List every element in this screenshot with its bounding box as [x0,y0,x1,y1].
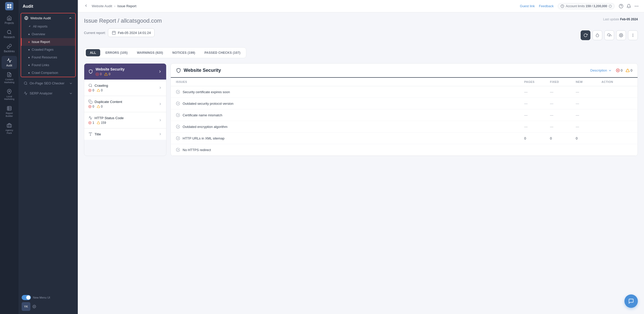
filter-button[interactable] [592,30,602,40]
type-icon [88,132,92,136]
report-date-button[interactable]: Feb-05 2024 14:01:24 [108,28,155,37]
panel-error-icon [616,68,620,72]
issues-table: ISSUES PAGES FIXED NEW ACTION Security c… [171,78,638,156]
breadcrumb-separator: › [114,4,115,8]
more-options-button[interactable] [628,30,638,40]
report-selector: Current report: Feb-05 2024 14:01:24 [84,28,155,37]
sidebar-item-research[interactable]: Research [2,28,17,41]
chevron-right-icon [158,69,162,74]
settings-icon[interactable] [32,305,36,308]
table-row: No HTTPS redirect [171,144,638,156]
top-bar: Website Audit › Issue Report Guest link … [78,0,644,12]
sidebar-item-content-marketing[interactable]: Content Marketing [2,70,17,86]
guest-link-button[interactable]: Guest link [520,4,535,8]
page-header: Issue Report / allcatsgood.com Last upda… [84,18,638,24]
sidebar-item-backlinks[interactable]: Backlinks [2,42,17,55]
activity-icon [88,116,92,120]
sidebar-item-report-builder[interactable]: Report Builder [2,104,17,120]
more-icon[interactable] [634,4,639,8]
category-item-crawling[interactable]: Crawling 0 0 [84,80,166,96]
category-item-http-status-code[interactable]: HTTP Status Code 1 159 [84,112,166,128]
chat-icon [628,298,634,304]
sidebar: Audit Website Audit All reports [19,0,78,314]
right-panel-meta: Description 0 0 [590,68,633,72]
svg-line-5 [10,33,11,34]
user-avatar[interactable]: YK [22,302,30,311]
svg-rect-13 [7,124,12,127]
category-header-website-security[interactable]: Website Security 0 0 [84,64,166,80]
table-row: Security certificate expires soon — — — [171,86,638,98]
upload-button[interactable] [604,30,614,40]
svg-point-27 [635,6,635,6]
check-circle-icon [176,101,180,106]
page-title: Issue Report / allcatsgood.com [84,18,162,24]
filter-tab-passed[interactable]: PASSED CHECKS (107) [200,49,245,56]
sidebar-sub-item-all-reports[interactable]: All reports [21,23,75,30]
chevron-right-small-icon [158,102,162,106]
feedback-button[interactable]: Feedback [539,4,554,8]
sidebar-sub-item-found-resources[interactable]: Found Resources [21,54,75,61]
svg-point-42 [89,84,92,87]
category-item-duplicate-content[interactable]: Duplicate Content 0 0 [84,96,166,112]
sidebar-item-serp-analyzer[interactable]: SERP Analyzer [21,89,76,98]
svg-line-17 [26,84,27,85]
filter-tab-warnings[interactable]: WARNINGS (920) [133,49,167,56]
chevron-right-small-icon [158,118,162,122]
warning-small-icon [97,121,100,124]
error-icon [96,73,99,76]
description-button[interactable]: Description [590,68,612,72]
filter-tabs: ALL ERRORS (105) WARNINGS (920) NOTICES … [84,47,246,58]
svg-point-34 [633,34,633,34]
sidebar-sub-item-issue-report[interactable]: Issue Report [21,38,75,46]
filter-tab-notices[interactable]: NOTICES (199) [168,49,199,56]
breadcrumb-issue-report: Issue Report [117,4,137,8]
check-circle-icon [176,148,180,152]
toolbar-right [581,30,638,40]
page-title-domain: / allcatsgood.com [118,18,162,24]
chevron-down-icon [69,82,73,85]
svg-point-33 [621,35,622,36]
sidebar-title: Audit [19,0,78,12]
sidebar-sub-item-crawled-pages[interactable]: Crawled Pages [21,46,75,54]
icon-navigation: Projects Research Backlinks Audit Conten… [0,0,19,314]
refresh-icon [583,33,588,37]
svg-point-4 [7,30,11,34]
sidebar-sub-item-found-links[interactable]: Found Links [21,61,75,69]
check-circle-icon [176,113,180,117]
filter-tab-errors[interactable]: ERRORS (105) [101,49,132,56]
sidebar-toggle-button[interactable] [83,3,89,10]
sidebar-item-projects[interactable]: Projects [2,13,17,27]
sidebar-sub-item-crawl-comparison[interactable]: Crawl Comparison [21,69,75,77]
svg-point-25 [636,6,637,6]
chevron-down-small-icon [608,69,612,72]
new-menu-ui-toggle[interactable] [22,295,31,300]
sidebar-sub-item-overview[interactable]: Overview [21,30,75,38]
app-logo[interactable] [5,2,13,10]
new-menu-ui-toggle-row: New Menu UI [22,295,75,300]
settings-button[interactable] [616,30,626,40]
sub-arrow-icon [28,25,31,28]
svg-rect-1 [10,4,11,6]
bell-icon[interactable] [626,4,631,8]
breadcrumb-website-audit[interactable]: Website Audit [92,4,112,8]
filter-tab-all[interactable]: ALL [86,49,100,56]
chat-bubble[interactable] [624,294,638,308]
sidebar-item-audit[interactable]: Audit [2,56,17,69]
sub-dot-icon [28,34,30,35]
refresh-button[interactable] [581,30,590,40]
error-small-icon [88,89,91,92]
sidebar-item-local-marketing[interactable]: Local Marketing [2,87,17,103]
sidebar-item-on-page-seo-checker[interactable]: On-Page SEO Checker [21,79,76,88]
svg-rect-28 [112,31,115,34]
svg-point-16 [24,82,27,84]
sidebar-item-agency-pack[interactable]: Agency Pack [2,121,17,137]
gear-icon [619,33,623,37]
svg-line-43 [91,86,92,87]
category-item-title[interactable]: Title [84,128,166,140]
sub-dot-active-icon [28,41,30,43]
chart-icon [24,91,28,95]
svg-point-35 [633,35,633,35]
sidebar-item-website-audit[interactable]: Website Audit [21,13,75,23]
help-icon[interactable] [619,4,623,8]
panel-warning-icon [626,68,630,72]
